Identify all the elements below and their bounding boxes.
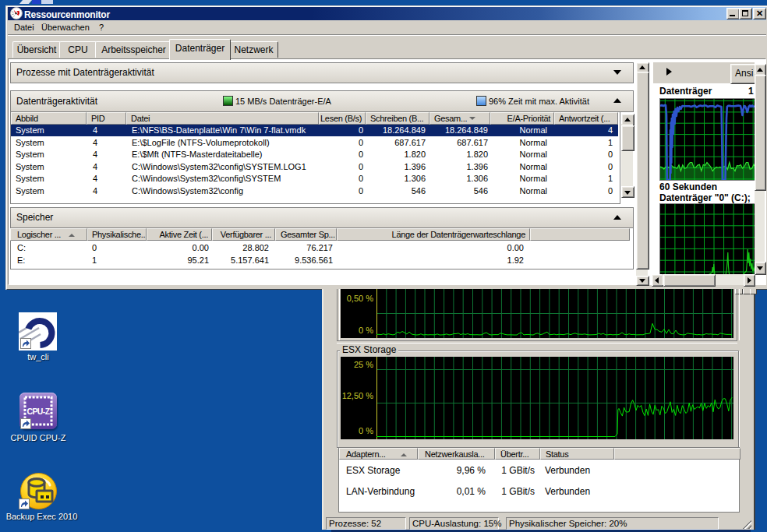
svg-text:CPU-Z: CPU-Z xyxy=(27,407,50,416)
